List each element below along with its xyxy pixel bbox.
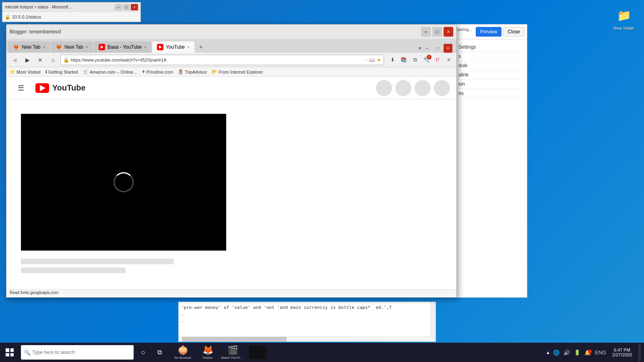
new-tab-button[interactable]: +	[195, 41, 206, 53]
mikrotik-maximize-button[interactable]: □	[123, 4, 130, 10]
language-icon[interactable]: ENG	[594, 350, 607, 356]
youtube-video-player[interactable]	[21, 114, 226, 251]
bookmark-most-visited[interactable]: ⭐ Most Visited	[10, 69, 41, 74]
mikrotik-close-button[interactable]: ×	[131, 4, 138, 10]
desktop-icon-label: New folder	[613, 26, 635, 31]
cortana-icon: ○	[141, 348, 146, 357]
tab-new-tab-1-close[interactable]: ×	[43, 45, 45, 49]
tab-new-tab-2-close[interactable]: ×	[86, 45, 88, 49]
taskbar-search-input[interactable]	[32, 350, 130, 355]
tab-new-tab-2[interactable]: 🦊 New Tab ×	[51, 41, 93, 53]
nav-forward-button[interactable]: ▶	[22, 54, 33, 66]
firefox-close-button[interactable]: ×	[444, 27, 453, 37]
youtube-header: ☰ YouTube	[6, 77, 456, 99]
library-icon[interactable]: 📚	[398, 55, 409, 65]
right-panel-content: Settings s dule alink ion ns	[455, 39, 527, 101]
priceline-icon: ✈	[142, 69, 145, 74]
download-icon[interactable]: ⬇	[387, 55, 398, 65]
taskbar-watch-red-pill[interactable]: 🎬 Watch The Red Pill 20...	[221, 343, 245, 362]
mikrotik-title: mikrotik hotspot > status - Microsoft ..…	[5, 5, 115, 9]
tab-close-window-button[interactable]: ×	[444, 44, 452, 53]
mikrotik-url: 10.5.0.1/status	[12, 14, 41, 19]
panel-dule-item[interactable]: dule	[458, 61, 524, 70]
tab-baaa-youtube-close[interactable]: ×	[144, 45, 147, 49]
tab-baaa-youtube[interactable]: Baaa - YouTube ×	[94, 41, 151, 53]
tab-restore-button[interactable]: □	[433, 44, 442, 53]
blogger-scrollbar[interactable]	[431, 302, 436, 341]
bookmark-getting-started[interactable]: ℹ Getting Started	[45, 69, 78, 74]
taskbar-tray: ▲ 🌐 🔊 🔋 🔔 1 ENG 6:47 PM 2/27/2020	[543, 343, 644, 361]
task-view-button[interactable]: ⧉	[152, 345, 167, 360]
taskbar-search-bar[interactable]: 🔍	[21, 345, 134, 360]
firefox-bookmarks-bar: ⭐ Most Visited ℹ Getting Started 🛒 Amazo…	[6, 67, 456, 77]
battery-icon[interactable]: 🔋	[573, 350, 582, 356]
blogger-hscroll-area	[179, 337, 436, 341]
tab-list-arrow[interactable]: ▾	[419, 45, 421, 51]
desktop-icon-new-folder[interactable]: 📁 New folder	[608, 4, 640, 32]
youtube-main-area	[6, 99, 456, 296]
nav-home-button[interactable]: ⌂	[47, 54, 59, 66]
task-view-icon: ⧉	[157, 349, 162, 356]
skeleton-line-1	[21, 259, 174, 264]
synced-tabs-icon[interactable]: ⧉	[410, 55, 420, 65]
firefox-minimize-button[interactable]: –	[421, 27, 431, 37]
bookmark-amazon[interactable]: 🛒 Amazon.com – Online...	[83, 69, 137, 74]
taskbar-video-thumb[interactable]	[246, 343, 270, 362]
start-button[interactable]	[0, 343, 19, 362]
close-panel-button[interactable]: Close	[503, 27, 524, 37]
nav-refresh-button[interactable]: ✕	[35, 54, 46, 66]
mikrotik-minimize-button[interactable]: –	[115, 4, 122, 10]
watch-red-pill-label: Watch The Red Pill 20...	[221, 356, 244, 360]
network-icon[interactable]: 🌐	[552, 350, 561, 356]
panel-alink-item[interactable]: alink	[458, 70, 524, 80]
status-bar: Read fonts.googleapis.com	[6, 289, 456, 296]
tab-new-tab-1-label: New Tab	[22, 44, 40, 50]
video-info-skeleton	[13, 251, 226, 284]
bookmark-tripadvisor[interactable]: 🦉 TripAdvisor	[178, 69, 207, 74]
panel-ion-item[interactable]: ion	[458, 80, 524, 89]
cortana-button[interactable]: ○	[136, 345, 151, 360]
nav-back-button[interactable]: ◀	[9, 54, 20, 66]
tab-baaa-youtube-label: Baaa - YouTube	[107, 44, 142, 50]
bookmark-star-icon[interactable]: ★	[377, 57, 381, 63]
blogger-text: 'pre-war money' of 'value' and 'not 'and…	[179, 302, 436, 327]
extensions-icon[interactable]: 🔧	[421, 55, 431, 65]
mikrotik-window: mikrotik hotspot > status - Microsoft ..…	[2, 2, 141, 22]
bookmark-ie[interactable]: 📂 From Internet Explorer	[212, 69, 263, 74]
tab-new-tab-1[interactable]: 🦊 New Tab ×	[8, 41, 50, 53]
tor-browser-icon: 🧅	[178, 345, 188, 356]
menu-icon[interactable]: ≡	[444, 55, 454, 65]
blogger-text-content: 'pre-war money' of 'value' and 'not 'and…	[179, 302, 436, 341]
windows-logo-icon	[6, 348, 14, 356]
firefox-title-text: Blogger: rememberlessf	[10, 29, 61, 35]
clock-date: 2/27/2020	[612, 352, 632, 357]
desktop: 📁 New folder mikrotik hotspot > status -…	[0, 0, 644, 362]
panel-ns-item[interactable]: ns	[458, 89, 524, 98]
tab-youtube[interactable]: YouTube ×	[152, 41, 194, 53]
firefox-maximize-button[interactable]: □	[432, 27, 442, 37]
tab-youtube-close[interactable]: ×	[187, 45, 190, 49]
volume-icon[interactable]: 🔊	[562, 350, 571, 356]
right-panel: Saving... Preview Close Settings s dule …	[455, 24, 527, 298]
show-desktop-button[interactable]	[638, 343, 641, 361]
chevron-icon[interactable]: ▲	[546, 350, 550, 355]
taskbar-tor-browser[interactable]: 🧅 Tor Browser	[171, 343, 195, 362]
preview-button[interactable]: Preview	[476, 27, 502, 37]
bookmark-tripadvisor-label: TripAdvisor	[185, 70, 207, 74]
url-more-button[interactable]: ···	[363, 57, 367, 63]
taskbar-clock[interactable]: 6:47 PM 2/27/2020	[609, 348, 635, 357]
bookmark-priceline[interactable]: ✈ Priceline.com	[142, 69, 173, 74]
reader-view-icon[interactable]: 📖	[369, 57, 375, 63]
youtube-logo-text: YouTube	[52, 83, 86, 93]
taskbar-firefox[interactable]: 🦊 Firefox	[196, 343, 220, 362]
youtube-logo[interactable]: YouTube	[35, 83, 86, 93]
blogger-hscrollbar[interactable]	[182, 337, 287, 341]
youtube-menu-button[interactable]: ☰	[13, 80, 29, 96]
url-bar[interactable]: 🔒 https://www.youtube.com/watch?v=452Xjn…	[60, 55, 384, 65]
taskbar-apps-area: 🧅 Tor Browser 🦊 Firefox 🎬 Watch The Red …	[171, 343, 270, 362]
amazon-icon: 🛒	[83, 69, 89, 74]
folder-icon: 📁	[614, 6, 634, 25]
pocket-icon[interactable]: P	[432, 55, 443, 65]
panel-settings-item[interactable]: Settings	[458, 43, 524, 52]
tab-minimize-button[interactable]: –	[423, 44, 431, 53]
